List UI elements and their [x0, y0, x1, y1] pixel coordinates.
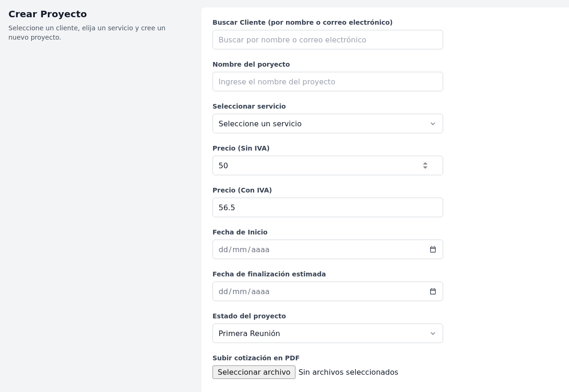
search-client-input[interactable] [213, 30, 443, 49]
label-end-date: Fecha de finalización estimada [213, 270, 443, 278]
date-year-placeholder: aaaa [251, 245, 269, 254]
field-start-date: Fecha de Inicio dd/mm/aaaa [213, 228, 443, 259]
field-status: Estado del proyecto Primera Reunión [213, 312, 443, 343]
field-price-vat: Precio (Con IVA) [213, 186, 443, 217]
label-status: Estado del proyecto [213, 312, 443, 320]
date-year-placeholder: aaaa [251, 287, 269, 296]
label-project-name: Nombre del poryecto [213, 61, 443, 68]
label-search-client: Buscar Cliente (por nombre o correo elec… [213, 19, 443, 26]
label-price-vat: Precio (Con IVA) [213, 186, 443, 194]
label-upload: Subir cotización en PDF [213, 354, 443, 362]
field-end-date: Fecha de finalización estimada dd/mm/aaa… [213, 270, 443, 301]
page-title: Crear Proyecto [8, 8, 190, 20]
service-select[interactable]: Seleccione un servicio [213, 114, 443, 133]
start-date-input[interactable]: dd/mm/aaaa [213, 240, 443, 259]
status-select[interactable]: Primera Reunión [213, 323, 443, 343]
date-month-placeholder: mm [233, 245, 247, 254]
field-price-no-vat: Precio (Sin IVA) [213, 144, 443, 175]
label-price-no-vat: Precio (Sin IVA) [213, 144, 443, 152]
file-status-text: Sin archivos seleccionados [298, 368, 398, 377]
choose-file-button[interactable]: Seleccionar archivo [213, 365, 295, 379]
label-service: Seleccionar servicio [213, 103, 443, 110]
create-project-form: Buscar Cliente (por nombre o correo elec… [213, 19, 443, 379]
date-month-placeholder: mm [233, 287, 247, 296]
field-project-name: Nombre del poryecto [213, 61, 443, 91]
price-no-vat-input[interactable] [213, 156, 443, 175]
date-day-placeholder: dd [219, 287, 228, 296]
end-date-input[interactable]: dd/mm/aaaa [213, 282, 443, 301]
project-name-input[interactable] [213, 72, 443, 91]
field-upload: Subir cotización en PDF Seleccionar arch… [213, 354, 443, 379]
main-panel: Buscar Cliente (por nombre o correo elec… [201, 7, 569, 392]
field-search-client: Buscar Cliente (por nombre o correo elec… [213, 19, 443, 49]
price-vat-input[interactable] [213, 198, 443, 217]
sidebar: Crear Proyecto Seleccione un cliente, el… [0, 0, 201, 392]
label-start-date: Fecha de Inicio [213, 228, 443, 236]
page-description: Seleccione un cliente, elija un servicio… [8, 23, 176, 42]
date-day-placeholder: dd [219, 245, 228, 254]
field-service: Seleccionar servicio Seleccione un servi… [213, 103, 443, 133]
